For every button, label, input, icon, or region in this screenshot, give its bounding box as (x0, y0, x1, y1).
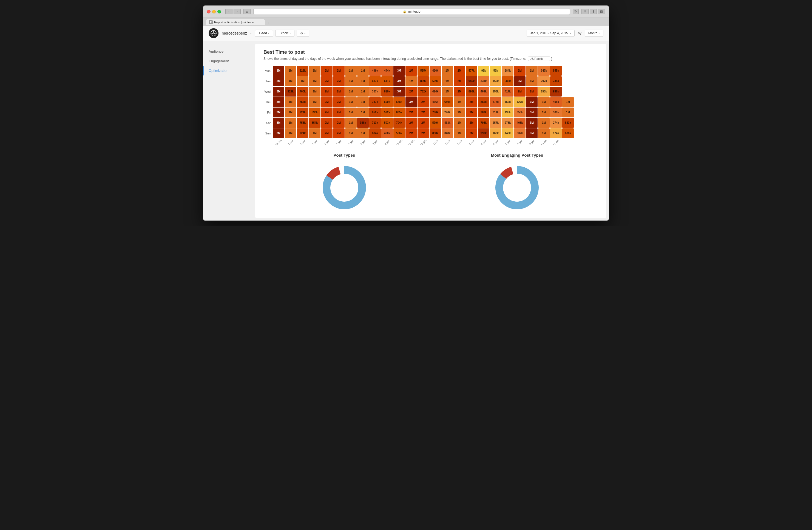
heatmap-cell: 1M (538, 128, 550, 138)
timezone-select[interactable]: US/Pacific US/Eastern UTC (528, 56, 550, 61)
heatmap-cell: 680k (441, 97, 453, 107)
heatmap-cell: 2M (514, 87, 525, 97)
minimize-button[interactable] (212, 10, 216, 13)
heatmap-cell: 347k (538, 66, 550, 76)
donut-svg-left (320, 163, 369, 212)
heatmap-cell: 2M (466, 118, 477, 128)
heatmap-cell: 2M (333, 87, 345, 97)
address-bar[interactable]: 🔒 minter.io (253, 8, 570, 15)
heatmap-cell: 1M (357, 66, 369, 76)
maximize-button[interactable] (217, 10, 221, 13)
heatmap-cell: 2M (454, 66, 465, 76)
reader-button[interactable]: ⊞ (244, 9, 250, 14)
back-button[interactable]: ‹ (225, 9, 232, 14)
svg-point-6 (331, 175, 358, 201)
heatmap-cell: 828k (297, 66, 308, 76)
date-range-button[interactable]: Jan 1, 2010 - Sep 4, 2015 ▾ (527, 30, 575, 37)
heatmap-cell: 444k (381, 66, 393, 76)
heatmap-cell: 3M (273, 108, 284, 117)
export-button[interactable]: Export ▾ (275, 30, 294, 37)
heatmap-cell: 755k (297, 97, 308, 107)
heatmap-cell: 1M (526, 66, 538, 76)
heatmap-col-label: 10 am (393, 139, 405, 144)
heatmap-col-label: 1 pm (430, 139, 441, 144)
heatmap-cell: 2M (466, 108, 477, 117)
heatmap-col-label: 11 am (405, 139, 417, 144)
heatmap-cell: 2M (454, 76, 465, 86)
heatmap-table: Mon3M1M828k1M2M2M1M1M499k444k3M2M555k436… (263, 65, 574, 144)
most-engaging-chart: Most Engaging Post Types (436, 153, 598, 212)
heatmap-col-label: 2 pm (441, 139, 453, 144)
heatmap-cell: 1M (285, 128, 296, 138)
heatmap-cell: 2M (405, 118, 417, 128)
heatmap-cell: 2M (333, 76, 345, 86)
heatmap-cell: 387k (369, 87, 381, 97)
new-tab-button[interactable]: + (265, 21, 271, 25)
heatmap-cell: 530k (309, 108, 320, 117)
heatmap-cell: 572k (381, 108, 393, 117)
heatmap-cell: 3M (273, 76, 284, 86)
heatmap-cell: 724k (297, 128, 308, 138)
by-label: by (578, 31, 581, 35)
heatmap-cell: 1M (538, 118, 550, 128)
heatmap-cell: 1M (538, 108, 550, 117)
sidebar-toggle[interactable]: ⊟ (598, 9, 605, 14)
brand-dropdown-arrow[interactable]: ▾ (250, 32, 252, 34)
heatmap-cell: 1M (454, 108, 465, 117)
heatmap-cell: 1M (285, 66, 296, 76)
add-button[interactable]: + Add ▾ (255, 30, 273, 37)
heatmap-cell: 1M (357, 108, 369, 117)
heatmap-cell: 332k (514, 128, 525, 138)
heatmap-cell: 2M (321, 108, 333, 117)
heatmap-cell: 688k (393, 97, 405, 107)
heatmap-cell: 665k (393, 108, 405, 117)
heatmap-cell: 3M (273, 66, 284, 76)
heatmap-cell: 156k (490, 87, 502, 97)
sidebar-item-audience[interactable]: Audience (203, 47, 252, 56)
share-button[interactable]: ⬆ (590, 9, 597, 14)
heatmap-cell: 3M (526, 118, 538, 128)
browser-tab[interactable]: F Report optimization | minter.io (206, 19, 265, 25)
heatmap-col-label: 7 am (357, 139, 369, 144)
forward-button[interactable]: › (234, 9, 241, 14)
date-range-text: Jan 1, 2010 - Sep 4, 2015 (530, 31, 568, 35)
heatmap-cell: 700k (297, 87, 308, 97)
reload-button[interactable]: ↻ (573, 9, 579, 14)
heatmap-cell: 855k (478, 97, 489, 107)
heatmap-cell: 3M (273, 87, 284, 97)
heatmap-col-label: 2 am (297, 139, 308, 144)
month-label: Month (588, 31, 597, 35)
heatmap-cell: 3M (273, 97, 284, 107)
heatmap-cell: 2M (321, 97, 333, 107)
heatmap-container: Mon3M1M828k1M2M2M1M1M499k444k3M2M555k436… (263, 65, 598, 144)
heatmap-cell: 1M (357, 76, 369, 86)
heatmap-cell: 869k (418, 76, 429, 86)
nav-buttons: ‹ › (225, 9, 241, 14)
tab-title: Report optimization | minter.io (214, 20, 254, 24)
sidebar-item-engagement[interactable]: Engagement (203, 56, 252, 66)
heatmap-col-label: 5 am (333, 139, 345, 144)
heatmap-cell: 95k (478, 66, 489, 76)
heatmap-cell: 168k (490, 128, 502, 138)
month-button[interactable]: Month ▾ (585, 30, 604, 37)
download-button[interactable]: ⬇ (581, 9, 589, 14)
main-layout: Audience Engagement Optimization Best Ti… (203, 41, 609, 221)
sidebar-item-optimization[interactable]: Optimization (203, 66, 252, 75)
heatmap-cell: 1M (562, 97, 574, 107)
heatmap-col-label: 4 pm (466, 139, 477, 144)
settings-button[interactable]: ⚙ ▾ (296, 30, 309, 37)
heatmap-cell: 986k (357, 118, 369, 128)
heatmap-cell: 348k (441, 128, 453, 138)
heatmap-cell: 2M (333, 97, 345, 107)
heatmap-cell: 2M (405, 66, 417, 76)
heatmap-cell: 2M (333, 128, 345, 138)
heatmap-cell: 936k (550, 87, 562, 97)
heatmap-row-label: Thu (264, 97, 272, 107)
heatmap-cell: 309k (550, 108, 562, 117)
heatmap-col-label: 6 pm (490, 139, 502, 144)
heatmap-cell: 2M (526, 87, 538, 97)
heatmap-cell: 2M (321, 66, 333, 76)
heatmap-cell: 713k (369, 118, 381, 128)
close-button[interactable] (207, 10, 211, 13)
heatmap-cell: 2M (333, 108, 345, 117)
